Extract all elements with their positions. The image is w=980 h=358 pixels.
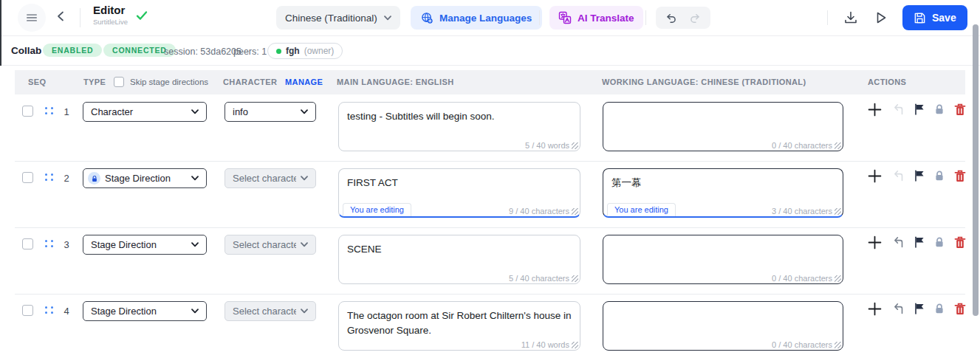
main-text-input[interactable]: testing - Subtitles will begin soon. [339,103,580,151]
hamburger-menu-icon [24,10,39,25]
add-row-button[interactable] [866,300,883,317]
resize-grip-icon[interactable] [835,342,841,348]
resize-grip-icon[interactable] [835,275,841,282]
save-button-label: Save [932,12,956,24]
lock-button[interactable] [931,234,948,250]
working-text-input[interactable] [603,103,843,151]
collab-label: Collab [11,45,41,56]
flag-button[interactable] [911,300,928,317]
divider [539,10,540,25]
save-floppy-icon [914,12,926,24]
working-text-cell: 0 / 40 characters [603,102,843,151]
add-row-button[interactable] [866,101,883,117]
working-text-input[interactable] [603,235,843,283]
subtitle-row-2: 2 Stage Direction Select character FIRST… [0,162,980,228]
subtitle-row-3: 3 Stage Direction Select character SCENE… [0,228,980,295]
globe-add-icon [421,12,434,24]
revert-button[interactable] [890,168,906,184]
ai-translate-button[interactable]: AI Translate [549,6,643,30]
resize-grip-icon[interactable] [835,208,841,215]
delete-button[interactable] [952,168,968,184]
play-icon [874,10,888,25]
manage-languages-button[interactable]: Manage Languages [411,6,542,30]
delete-button[interactable] [952,300,968,317]
working-text-cell: 第一幕 3 / 40 characters You are editing [603,168,843,218]
character-select[interactable]: info [225,102,316,122]
revert-button[interactable] [890,300,906,317]
main-text-input[interactable]: SCENE [339,235,580,283]
chevron-down-icon [384,16,391,21]
row-select-checkbox[interactable] [22,106,33,117]
character-select[interactable]: Select character [225,301,316,321]
flag-button[interactable] [911,234,928,250]
top-toolbar: Editor SurtitleLive Chinese (Traditional… [0,0,980,36]
row-select-checkbox[interactable] [22,172,33,183]
collab-user-chip: fgh (owner) [267,43,343,59]
resize-grip-icon[interactable] [572,275,578,282]
resize-grip-icon[interactable] [572,208,578,215]
lock-button[interactable] [931,101,948,117]
you-are-editing-badge: You are editing [343,203,411,216]
ai-translate-label: AI Translate [578,13,634,24]
play-button[interactable] [874,10,888,25]
back-chevron-icon [55,10,68,23]
manage-characters-link[interactable]: MANAGE [285,70,323,94]
window-edge [0,0,1,66]
working-text-cell: 0 / 40 characters [603,235,843,284]
subtitle-rows: 1 Character info testing - Subtitles wil… [0,95,980,358]
undo-icon[interactable] [665,12,677,24]
working-language-select[interactable]: Chinese (Traditional) [276,6,400,30]
row-seq: 4 [58,306,75,317]
revert-button[interactable] [890,234,906,250]
character-select[interactable]: Select character [225,168,316,188]
collab-user-name: fgh [286,46,300,56]
resize-grip-icon[interactable] [835,142,841,149]
online-dot-icon [276,49,281,54]
row-seq: 3 [58,239,75,250]
working-text-input[interactable] [603,302,843,350]
type-select[interactable]: Stage Direction [83,301,207,321]
type-select[interactable]: Stage Direction [83,235,207,255]
back-button[interactable] [55,10,68,23]
delete-button[interactable] [952,234,968,250]
resize-grip-icon[interactable] [572,342,578,348]
subtitle-row-1: 1 Character info testing - Subtitles wil… [0,95,980,162]
save-button[interactable]: Save [902,5,967,30]
flag-button[interactable] [911,168,928,184]
resize-grip-icon[interactable] [572,142,578,149]
table-header: SEQ TYPE Skip stage directions CHARACTER… [15,70,965,94]
character-select[interactable]: Select character [225,235,316,255]
skip-stage-directions-checkbox[interactable] [114,77,124,87]
page-title: Editor [93,4,128,17]
hamburger-menu-button[interactable] [18,4,46,32]
working-language-value: Chinese (Traditional) [285,13,377,24]
add-row-button[interactable] [866,168,883,184]
divider [645,10,646,25]
main-text-cell: testing - Subtitles will begin soon. 5 /… [338,102,580,151]
session-id: session: 53da6205 [164,47,241,57]
delete-button[interactable] [952,101,968,117]
revert-button[interactable] [890,101,906,117]
drag-handle-icon[interactable] [45,240,53,247]
drag-handle-icon[interactable] [45,306,53,314]
flag-button[interactable] [911,101,928,117]
vertical-scrollbar[interactable] [973,24,979,316]
main-text-input[interactable]: The octagon room at Sir Robert Chiltern'… [339,302,580,350]
lock-button[interactable] [931,300,948,317]
redo-icon[interactable] [689,12,702,24]
row-seq: 1 [58,106,75,117]
lock-button[interactable] [931,168,948,184]
add-row-button[interactable] [866,234,883,250]
main-text-cell: The octagon room at Sir Robert Chiltern'… [338,301,580,351]
download-button[interactable] [843,10,858,25]
header-type: TYPE [83,70,106,94]
drag-handle-icon[interactable] [45,173,53,181]
main-text-cell: SCENE 5 / 40 characters [338,235,580,284]
type-select[interactable]: Character [83,102,207,122]
type-select[interactable]: Stage Direction [83,168,207,188]
row-select-checkbox[interactable] [22,305,33,316]
drag-handle-icon[interactable] [45,107,53,114]
row-select-checkbox[interactable] [22,238,33,249]
collab-status-bar: Collab ENABLED CONNECTED session: 53da62… [0,35,980,66]
main-text-cell: FIRST ACT 9 / 40 characters You are edit… [338,168,580,218]
